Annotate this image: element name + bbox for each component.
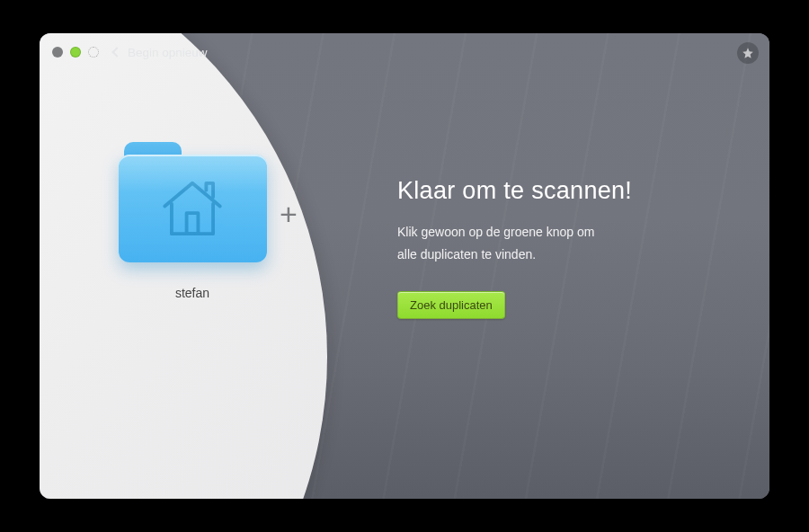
plus-icon: + — [280, 199, 298, 229]
scan-subtext: Klik gewoon op de groene knop om alle du… — [397, 221, 733, 266]
folder-icon — [119, 155, 267, 262]
titlebar: Begin opnieuw — [40, 33, 769, 71]
window-close-button[interactable] — [52, 47, 63, 58]
home-icon — [156, 172, 229, 245]
chevron-left-icon — [111, 47, 121, 57]
window-minimize-button[interactable] — [70, 47, 81, 58]
add-folder-button[interactable]: + — [275, 200, 302, 227]
source-folder[interactable] — [119, 155, 267, 262]
window-controls — [52, 47, 99, 58]
scan-subtext-line2: alle duplicaten te vinden. — [397, 247, 536, 262]
source-folder-area: stefan — [102, 155, 282, 300]
scan-headline: Klaar om te scannen! — [397, 177, 733, 205]
main-content: Klaar om te scannen! Klik gewoon op de g… — [397, 177, 733, 319]
window-zoom-button[interactable] — [88, 47, 99, 58]
source-folder-label: stefan — [102, 286, 282, 300]
scan-button[interactable]: Zoek duplicaten — [397, 291, 505, 319]
favorites-button[interactable] — [737, 42, 759, 64]
star-icon — [742, 47, 754, 59]
svg-rect-0 — [187, 213, 199, 234]
scan-subtext-line1: Klik gewoon op de groene knop om — [397, 225, 594, 239]
app-window: Begin opnieuw stefan + Klaar om te s — [40, 33, 769, 499]
back-label: Begin opnieuw — [128, 46, 208, 59]
back-button[interactable]: Begin opnieuw — [113, 46, 208, 59]
scan-button-label: Zoek duplicaten — [410, 298, 493, 312]
